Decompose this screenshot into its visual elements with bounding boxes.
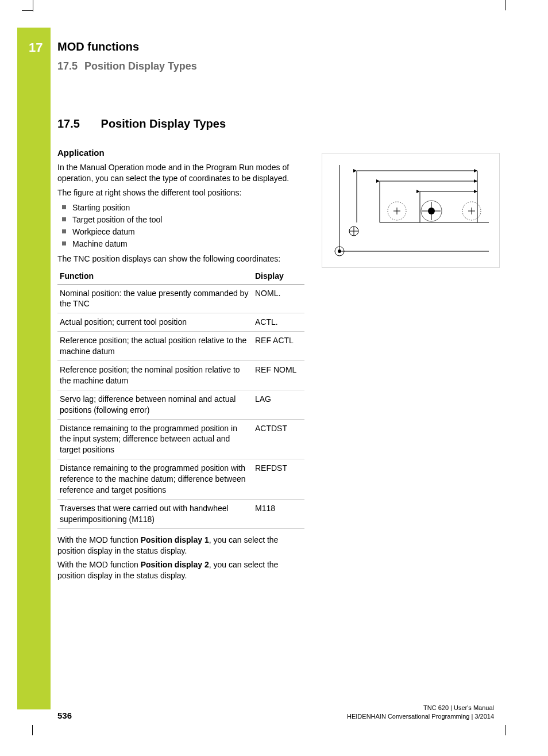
section-number: 17.5 (57, 117, 98, 131)
cell-function: Servo lag; difference between nominal an… (57, 390, 253, 419)
cell-function: Reference position; the nominal position… (57, 361, 253, 390)
cell-display: NOML. (253, 284, 304, 313)
table-row: Distance remaining to the programmed pos… (57, 419, 304, 459)
page-number: 536 (57, 711, 72, 720)
chapter-number: 17 (29, 40, 43, 55)
tool-positions-figure (322, 153, 500, 268)
sidebar-accent (17, 28, 51, 709)
cell-function: Reference position; the actual position … (57, 332, 253, 361)
cell-function: Traverses that were carried out with han… (57, 499, 253, 528)
crop-mark (505, 724, 517, 735)
text: With the MOD function (57, 560, 141, 569)
table-header-display: Display (253, 268, 304, 285)
list-item: Target position of the tool (60, 214, 304, 226)
diagram-svg (322, 153, 500, 268)
table-row: Reference position; the nominal position… (57, 361, 304, 390)
cell-function: Distance remaining to the programmed pos… (57, 419, 253, 459)
page-header: MOD functions 17.5 Position Display Type… (57, 40, 494, 72)
table-row: Reference position; the actual position … (57, 332, 304, 361)
bullet-list: Starting position Target position of the… (60, 202, 304, 250)
cell-display: ACTL. (253, 313, 304, 332)
chapter-title: MOD functions (57, 40, 494, 53)
text: With the MOD function (57, 535, 141, 544)
footer-right: TNC 620 | User's Manual HEIDENHAIN Conve… (347, 704, 494, 720)
cell-display: REFDST (253, 459, 304, 500)
table-row: Servo lag; difference between nominal an… (57, 390, 304, 419)
section-number: 17.5 (57, 60, 82, 72)
footer-line: TNC 620 | User's Manual (347, 704, 494, 712)
table-row: Distance remaining to the programmed pos… (57, 459, 304, 500)
cell-display: REF NOML (253, 361, 304, 390)
cell-display: ACTDST (253, 419, 304, 459)
list-item: Starting position (60, 202, 304, 214)
running-section: 17.5 Position Display Types (57, 60, 494, 72)
paragraph: In the Manual Operation mode and in the … (57, 162, 304, 184)
subheading-application: Application (57, 148, 304, 158)
cell-display: LAG (253, 390, 304, 419)
cell-function: Actual position; current tool position (57, 313, 253, 332)
list-item: Machine datum (60, 238, 304, 250)
coordinates-table: Function Display Nominal position: the v… (57, 268, 304, 529)
cell-display: M118 (253, 499, 304, 528)
table-row: Traverses that were carried out with han… (57, 499, 304, 528)
paragraph: With the MOD function Position display 2… (57, 559, 304, 581)
cell-function: Nominal position: the value presently co… (57, 284, 253, 313)
table-row: Nominal position: the value presently co… (57, 284, 304, 313)
cell-function: Distance remaining to the programmed pos… (57, 459, 253, 500)
main-content: 17.5 Position Display Types Application … (57, 117, 304, 585)
table-header-function: Function (57, 268, 253, 285)
footer-line: HEIDENHAIN Conversational Programming | … (347, 712, 494, 720)
paragraph: The TNC position displays can show the f… (57, 254, 304, 264)
paragraph: The figure at right shows the different … (57, 187, 304, 198)
list-item: Workpiece datum (60, 226, 304, 238)
crop-mark (22, 724, 33, 735)
section-heading: 17.5 Position Display Types (57, 117, 304, 131)
svg-point-3 (338, 250, 341, 253)
table-row: Actual position; current tool positionAC… (57, 313, 304, 332)
page-footer: 536 TNC 620 | User's Manual HEIDENHAIN C… (57, 711, 494, 720)
cell-display: REF ACTL (253, 332, 304, 361)
bold-term: Position display 2 (141, 560, 209, 569)
paragraph: With the MOD function Position display 1… (57, 535, 304, 557)
section-title: Position Display Types (84, 60, 197, 72)
crop-mark (22, 0, 33, 11)
bold-term: Position display 1 (141, 535, 209, 544)
crop-mark (505, 0, 517, 11)
section-title: Position Display Types (101, 117, 226, 130)
